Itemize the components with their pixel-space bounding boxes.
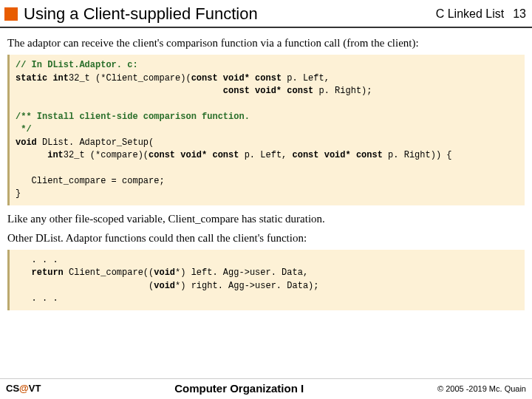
code-keyword: return: [32, 267, 64, 278]
code-keyword: void: [16, 137, 37, 148]
code-block-1: // In DList.Adaptor. c: static int32_t (…: [7, 55, 525, 205]
footer-course: Computer Organization I: [174, 382, 304, 395]
code-keyword: const void* const: [223, 86, 313, 96]
code-text: p. Left,: [239, 150, 292, 160]
code-keyword: static int: [16, 73, 69, 83]
code-text: . . .: [16, 293, 58, 304]
page-number: 13: [513, 7, 526, 21]
code-keyword: int: [47, 150, 64, 160]
code-keyword: void: [154, 267, 175, 278]
code-pad: [16, 267, 32, 278]
code-end: }: [16, 188, 21, 199]
code-text: *) right. Agg->user. Data);: [175, 281, 318, 291]
code-keyword: const void* const: [292, 150, 382, 160]
intro-paragraph: The adaptor can receive the client's com…: [7, 35, 525, 50]
code-pad: [16, 150, 47, 160]
slide: Using a Client-supplied Function C Linke…: [0, 0, 532, 399]
slide-content: The adaptor can receive the client's com…: [0, 31, 532, 378]
code-text: p. Right)) {: [383, 150, 452, 160]
header-topic: C Linked List: [436, 7, 505, 21]
header-divider: [0, 27, 532, 28]
footer-org-b: VT: [29, 383, 41, 394]
footer-copyright: © 2005 -2019 Mc. Quain: [437, 384, 526, 393]
footer-org-a: CS: [6, 383, 19, 394]
code-doc: */: [16, 124, 32, 134]
code-text: *) left. Agg->user. Data,: [175, 267, 308, 278]
code-keyword: void: [154, 281, 175, 291]
code-doc: /** Install client-side comparison funct…: [16, 112, 250, 122]
slide-title: Using a Client-supplied Function: [24, 4, 436, 24]
code-pad: [16, 86, 223, 96]
code-text: 32_t (*compare)(: [64, 150, 149, 160]
slide-header: Using a Client-supplied Function C Linke…: [0, 0, 532, 27]
code-text: Client_compare((: [64, 267, 154, 278]
code-body: Client_compare = compare;: [16, 176, 165, 186]
code-text: DList. Adaptor_Setup(: [37, 137, 154, 148]
code-text: p. Left,: [282, 73, 330, 83]
code-comment: // In DList.Adaptor. c:: [16, 60, 138, 70]
code-pad: (: [16, 281, 154, 291]
accent-square-icon: [4, 7, 18, 21]
code-text: p. Right);: [313, 86, 372, 96]
code-text: 32_t (*Client_compare)(: [69, 73, 191, 83]
footer-at: @: [19, 383, 29, 394]
code-keyword: const void* const: [191, 73, 282, 83]
mid-paragraph-1: Like any other file-scoped variable, Cli…: [7, 211, 525, 226]
slide-footer: CS@VT Computer Organization I © 2005 -20…: [0, 378, 532, 399]
mid-paragraph-2: Other DList. Adaptor functions could the…: [7, 231, 525, 245]
footer-left: CS@VT: [6, 383, 41, 394]
code-block-2: . . . return Client_compare((void*) left…: [7, 250, 525, 310]
code-keyword: const void* const: [149, 150, 239, 160]
code-text: . . .: [16, 255, 58, 265]
